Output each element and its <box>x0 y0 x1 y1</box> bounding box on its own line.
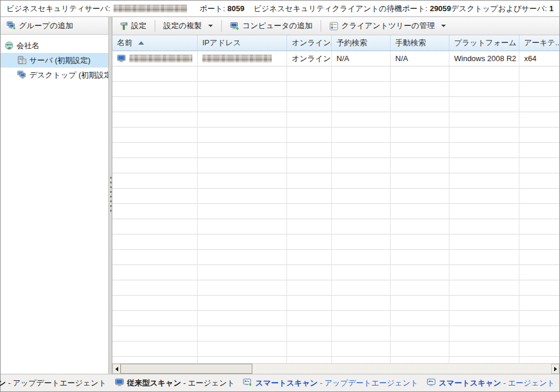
globe-icon <box>5 41 14 50</box>
column-header-online-status[interactable]: オンライン/... <box>287 35 332 51</box>
cell-name <box>112 51 198 66</box>
desktop-icon <box>17 71 26 79</box>
grid-column-line <box>286 66 287 363</box>
replicate-settings-button[interactable]: 設定の複製 <box>160 19 216 33</box>
column-header-name[interactable]: 名前 <box>112 35 198 51</box>
smart-scan-agent-icon <box>426 378 436 387</box>
redacted-client-name <box>129 55 192 62</box>
add-computer-button[interactable]: コンピュータの追加 <box>226 19 316 33</box>
manage-tree-icon <box>329 22 338 31</box>
settings-label: 設定 <box>131 21 146 31</box>
grid-column-line <box>519 66 519 363</box>
tree-item-label: 会社名 <box>16 41 39 51</box>
redacted-server-name <box>114 5 186 12</box>
manage-client-tree-button[interactable]: クライアントツリーの管理 <box>326 19 449 33</box>
splitter-grip-icon <box>110 177 112 213</box>
legend-conventional-update-agent: 従来型スキャン - アップデートエージェント <box>0 378 106 388</box>
legend-smart-update-agent: スマートスキャン - アップデートエージェント <box>243 378 418 388</box>
replicate-settings-label: 設定の複製 <box>164 21 202 31</box>
add-computer-icon <box>230 22 239 31</box>
tree-item-label: デスクトップ (初期設定) <box>29 70 114 81</box>
legend-bold-label: 従来型スキャン <box>0 378 6 387</box>
scroll-left-arrow-icon <box>115 367 118 371</box>
grid-column-line <box>331 66 332 363</box>
group-sidebar: グループの追加 会社名 <box>1 17 108 374</box>
add-group-icon <box>6 21 16 30</box>
conventional-scan-agent-icon <box>115 378 124 387</box>
tree-item-company[interactable]: 会社名 <box>1 38 108 53</box>
port-label: ポート: <box>199 4 225 14</box>
cell-platform: Windows 2008 R2 <box>449 51 519 66</box>
toolbar-separator <box>221 20 222 32</box>
redacted-ip-address <box>202 55 272 62</box>
scroll-right-button[interactable] <box>551 364 559 374</box>
sidebar-toolbar: グループの追加 <box>1 17 108 35</box>
toolbar-separator <box>155 20 155 32</box>
legend-bold-label: 従来型スキャン <box>127 378 181 387</box>
column-label: オンライン/... <box>292 38 332 48</box>
main-toolbar: 設定 設定の複製 <box>112 17 559 35</box>
cell-architecture: x64 <box>519 51 559 66</box>
sort-ascending-icon <box>138 41 144 45</box>
add-group-button[interactable]: グループの追加 <box>3 19 76 33</box>
column-label: 予約検索 <box>336 38 367 48</box>
settings-button[interactable]: 設定 <box>116 19 150 33</box>
legend-bold-label: スマートスキャン <box>439 378 501 387</box>
column-label: 名前 <box>117 38 132 48</box>
cell-manual-scan: N/A <box>391 51 449 66</box>
dropdown-arrow-icon <box>208 25 213 27</box>
desktop-server-count-label: デスクトップおよびサーバ: <box>451 4 547 14</box>
column-label: プラットフォーム <box>454 38 516 48</box>
legend-bold-label: スマートスキャン <box>255 378 318 387</box>
scrollbar-thumb[interactable] <box>121 364 252 374</box>
horizontal-scrollbar[interactable] <box>112 363 559 374</box>
scan-method-legend-bar: 従来型スキャン - アップデートエージェント 従来型スキャン - エージェント <box>1 374 559 391</box>
legend-smart-agent: スマートスキャン - エージェント <box>426 378 555 388</box>
client-tree: 会社名 <box>1 35 108 82</box>
column-header-manual-scan[interactable]: 手動検索 <box>391 35 449 51</box>
column-header-ip-address[interactable]: IPアドレス <box>198 35 287 51</box>
smart-scan-update-agent-icon <box>243 378 252 387</box>
port-value: 8059 <box>228 4 245 13</box>
column-label: アーキテ... <box>524 38 559 48</box>
legend-rest-label: - エージェント <box>181 378 235 387</box>
cell-online-status: オンライン <box>287 51 332 66</box>
server-label: ビジネスセキュリティサーバ: <box>6 4 110 14</box>
tree-item-label: サーバ (初期設定) <box>29 55 91 66</box>
column-header-scheduled-scan[interactable]: 予約検索 <box>332 35 391 51</box>
sidebar-splitter[interactable] <box>108 17 112 374</box>
tree-item-servers[interactable]: サーバ (初期設定) <box>1 53 108 68</box>
column-header-platform[interactable]: プラットフォーム <box>449 35 519 51</box>
dropdown-arrow-icon <box>441 25 446 27</box>
computer-icon <box>117 55 126 63</box>
cell-ip-address <box>198 51 287 66</box>
scroll-right-arrow-icon <box>554 367 557 371</box>
desktop-server-count-value: 1 <box>549 4 554 13</box>
client-table-header: 名前 IPアドレス オンライン/... 予約検索 手動検索 プラットフォーム <box>112 35 559 51</box>
client-table-row[interactable]: オンライン N/A N/A Windows 2008 R2 x64 <box>112 51 559 66</box>
listen-port-value: 29059 <box>430 4 451 13</box>
client-list-pane: 設定 設定の複製 <box>112 17 559 374</box>
legend-rest-label: - エージェント <box>501 378 555 387</box>
add-group-label: グループの追加 <box>19 21 73 31</box>
scrollbar-track[interactable] <box>252 364 551 374</box>
toolbar-separator <box>321 20 321 32</box>
add-computer-label: コンピュータの追加 <box>242 21 312 31</box>
scroll-left-button[interactable] <box>112 364 121 374</box>
grid-column-line <box>197 66 198 363</box>
security-console-window: ビジネスセキュリティサーバ: ポート: 8059 ビジネスセキュリティクライアン… <box>0 0 560 392</box>
grid-column-line <box>390 66 391 363</box>
tree-item-desktops[interactable]: デスクトップ (初期設定) <box>1 68 108 82</box>
settings-hammer-icon <box>119 22 128 31</box>
column-header-architecture[interactable]: アーキテ... <box>519 35 559 51</box>
server-info-bar: ビジネスセキュリティサーバ: ポート: 8059 ビジネスセキュリティクライアン… <box>1 1 559 17</box>
empty-grid-area <box>112 66 559 363</box>
manage-client-tree-label: クライアントツリーの管理 <box>341 21 435 31</box>
legend-rest-label: - アップデートエージェント <box>6 378 106 387</box>
cell-scheduled-scan: N/A <box>332 51 391 66</box>
column-label: 手動検索 <box>395 38 426 48</box>
legend-conventional-agent: 従来型スキャン - エージェント <box>115 378 235 388</box>
legend-rest-label: - アップデートエージェント <box>318 378 418 387</box>
server-icon <box>17 56 26 65</box>
listen-port-label: ビジネスセキュリティクライアントの待機ポート: <box>254 4 427 14</box>
